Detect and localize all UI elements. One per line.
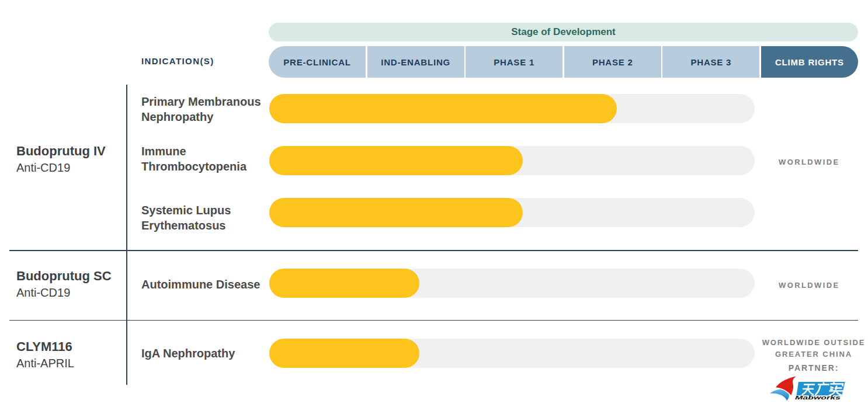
svg-text:Mabworks: Mabworks	[795, 395, 841, 401]
